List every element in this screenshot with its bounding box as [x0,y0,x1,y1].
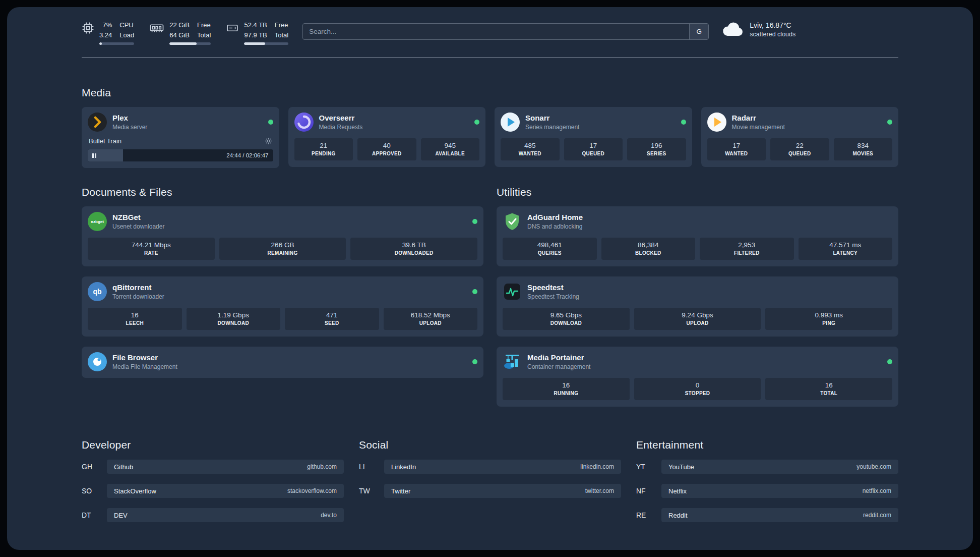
bookmark-name: LinkedIn [391,463,416,471]
bookmark-stackoverflow[interactable]: SO StackOverflow stackoverflow.com [82,484,344,498]
memory-metric: 22 GiB 64 GiB Free Total [149,20,211,45]
disk-metric-body: 52.4 TB 97.9 TB Free Total [244,20,288,45]
service-card-filebrowser[interactable]: File Browser Media File Management [82,347,483,378]
disk-free-value: 52.4 TB [244,20,267,30]
bookmark-github[interactable]: GH Github github.com [82,460,344,474]
status-dot-online [474,120,479,125]
stat-pending: 21 PENDING [294,138,353,160]
memory-free-label: Free [197,20,211,30]
section-title-social: Social [359,439,621,451]
bookmark-linkedin[interactable]: LI LinkedIn linkedin.com [359,460,621,474]
bookmark-strip: StackOverflow stackoverflow.com [107,484,344,498]
service-card-sonarr[interactable]: Sonarr Series management 485 WANTED 17 Q… [495,107,692,167]
middle-columns: Documents & Files nzbget NZBGet Usenet d… [82,186,898,407]
service-card-portainer[interactable]: Media Portainer Container management 16 … [497,347,898,407]
bookmark-name: Netflix [668,487,687,495]
section-title-entertainment: Entertainment [636,439,898,451]
sonarr-icon [501,113,520,132]
adguard-icon [503,212,522,231]
service-card-plex[interactable]: Plex Media server Bullet Train [82,107,279,168]
bookmark-strip: Github github.com [107,460,344,474]
stat-series: 196 SERIES [627,138,686,160]
bookmark-strip: Netflix netflix.com [661,484,898,498]
section-media: Media Plex Media server Bullet Train [82,87,898,168]
bookmark-name: Github [114,463,133,471]
plex-playback-bar: 24:44 / 02:06:47 [88,149,273,161]
filebrowser-icon [88,352,107,371]
weather-location: Lviv, 16.87°C [750,21,795,29]
stat-running: 16 RUNNING [503,378,630,400]
bookmark-abbr: RE [636,511,661,519]
bookmark-netflix[interactable]: NF Netflix netflix.com [636,484,898,498]
bookmark-youtube[interactable]: YT YouTube youtube.com [636,460,898,474]
disk-total-value: 97.9 TB [244,30,267,40]
cpu-metric-body: 7% 3.24 CPU Load [99,20,134,45]
stat-upload: 618.52 Mbps UPLOAD [384,308,478,330]
stat-queries: 498,461 QUERIES [503,238,597,260]
bookmark-url: github.com [307,463,337,470]
bookmark-url: youtube.com [856,463,891,470]
memory-progress-bar [169,42,211,45]
memory-total-label: Total [197,30,211,40]
cloud-icon [722,22,744,37]
section-entertainment: Entertainment YT YouTube youtube.com NF … [636,439,898,522]
service-description: Media Requests [319,124,469,131]
service-name: Sonarr [525,114,676,122]
status-dot-online [472,359,477,364]
status-dot-online [472,289,477,294]
svg-text:nzbget: nzbget [91,219,104,224]
disk-total-label: Total [275,30,288,40]
stat-ping: 0.993 ms PING [765,308,892,330]
cpu-load-label: Load [119,30,134,40]
memory-free-value: 22 GiB [169,20,190,30]
status-dot-online [887,359,892,364]
cpu-icon [82,22,94,34]
service-card-qbittorrent[interactable]: qb qBittorrent Torrent downloader 16 LEE… [82,276,483,337]
bookmark-twitter[interactable]: TW Twitter twitter.com [359,484,621,498]
service-description: DNS and adblocking [527,223,892,230]
stat-total: 16 TOTAL [765,378,892,400]
radarr-icon [707,113,726,132]
cpu-usage-value: 7% [99,20,112,30]
disk-free-label: Free [275,20,288,30]
bookmark-dev[interactable]: DT DEV dev.to [82,508,344,522]
speedtest-icon [503,282,522,301]
bookmark-reddit[interactable]: RE Reddit reddit.com [636,508,898,522]
cpu-progress-bar [99,42,134,45]
search-input[interactable] [303,24,689,39]
bookmark-url: twitter.com [585,487,614,494]
section-developer: Developer GH Github github.com SO StackO… [82,439,344,522]
service-card-speedtest[interactable]: Speedtest Speedtest Tracking 9.65 Gbps D… [497,276,898,337]
service-card-overseerr[interactable]: Overseerr Media Requests 21 PENDING 40 A… [288,107,486,167]
top-bar: 7% 3.24 CPU Load [82,20,898,45]
bookmark-name: Reddit [668,512,688,519]
service-description: Speedtest Tracking [527,293,892,300]
bookmark-name: StackOverflow [114,487,156,495]
bookmarks-area: Developer GH Github github.com SO StackO… [82,439,898,522]
bookmark-strip: YouTube youtube.com [661,460,898,474]
svg-text:qb: qb [93,288,101,296]
stat-wanted: 485 WANTED [501,138,560,160]
section-social: Social LI LinkedIn linkedin.com TW Twitt… [359,439,621,498]
status-dot-online [681,120,686,125]
bookmark-url: dev.to [321,512,337,519]
service-name: Overseerr [319,114,469,122]
playback-time: 24:44 / 02:06:47 [226,152,268,158]
disk-progress-bar [244,42,288,45]
stat-remaining: 266 GB REMAINING [219,238,346,260]
search-provider-button[interactable]: G [689,24,708,39]
bookmark-abbr: SO [82,487,107,495]
hard-drive-icon [226,22,239,34]
service-card-adguard[interactable]: AdGuard Home DNS and adblocking 498,461 … [497,206,898,266]
gear-icon[interactable] [265,137,272,145]
service-name: Media Portainer [527,353,882,362]
cpu-label: CPU [119,20,134,30]
portainer-icon [503,352,522,371]
bookmark-strip: Twitter twitter.com [384,484,621,498]
stat-approved: 40 APPROVED [357,138,416,160]
bookmark-strip: LinkedIn linkedin.com [384,460,621,474]
service-card-nzbget[interactable]: nzbget NZBGet Usenet downloader 744.21 M… [82,206,483,266]
service-name: File Browser [112,353,467,362]
service-card-radarr[interactable]: Radarr Movie management 17 WANTED 22 QUE… [701,107,899,167]
bookmark-abbr: LI [359,463,384,471]
